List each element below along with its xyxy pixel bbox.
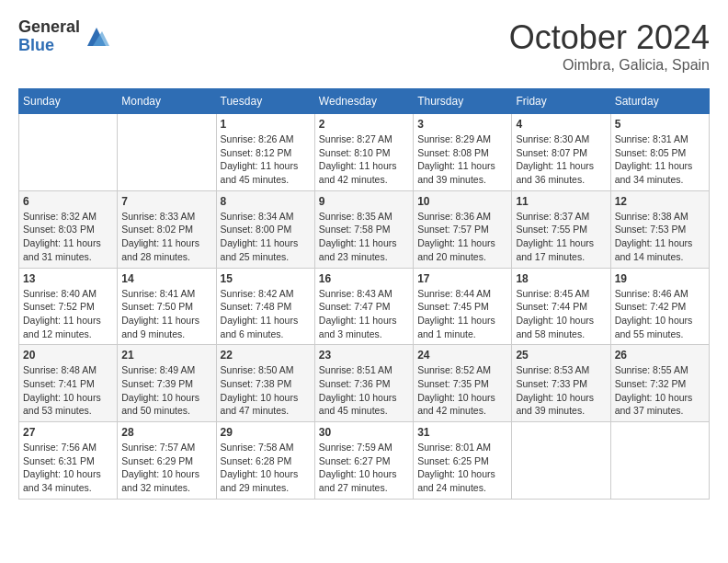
calendar-cell: 17Sunrise: 8:44 AMSunset: 7:45 PMDayligh…	[414, 268, 512, 345]
calendar-cell: 4Sunrise: 8:30 AMSunset: 8:07 PMDaylight…	[512, 114, 610, 191]
day-number: 28	[121, 426, 211, 439]
weekday-header-monday: Monday	[118, 89, 216, 114]
day-info: Sunrise: 8:44 AMSunset: 7:45 PMDaylight:…	[417, 287, 507, 341]
day-info: Sunrise: 8:51 AMSunset: 7:36 PMDaylight:…	[319, 363, 409, 418]
weekday-header-friday: Friday	[512, 89, 610, 114]
day-number: 9	[319, 195, 409, 208]
day-info: Sunrise: 8:53 AMSunset: 7:33 PMDaylight:…	[516, 363, 606, 418]
logo-icon	[84, 24, 109, 50]
calendar-cell	[118, 114, 216, 191]
calendar-cell: 31Sunrise: 8:01 AMSunset: 6:25 PMDayligh…	[414, 422, 512, 500]
calendar-cell: 5Sunrise: 8:31 AMSunset: 8:05 PMDaylight…	[610, 114, 709, 191]
logo: General Blue	[18, 18, 109, 55]
calendar-cell: 7Sunrise: 8:33 AMSunset: 8:02 PMDaylight…	[118, 190, 216, 268]
day-number: 23	[319, 349, 409, 362]
calendar-cell: 3Sunrise: 8:29 AMSunset: 8:08 PMDaylight…	[414, 114, 512, 191]
day-number: 26	[615, 349, 705, 362]
calendar-cell: 9Sunrise: 8:35 AMSunset: 7:58 PMDaylight…	[314, 190, 413, 268]
calendar-week-5: 27Sunrise: 7:56 AMSunset: 6:31 PMDayligh…	[19, 422, 710, 500]
day-number: 30	[319, 426, 409, 439]
day-info: Sunrise: 8:31 AMSunset: 8:05 PMDaylight:…	[615, 132, 705, 187]
calendar-cell: 21Sunrise: 8:49 AMSunset: 7:39 PMDayligh…	[118, 345, 216, 422]
day-number: 24	[417, 349, 507, 362]
day-info: Sunrise: 8:49 AMSunset: 7:39 PMDaylight:…	[121, 363, 211, 418]
day-info: Sunrise: 8:55 AMSunset: 7:32 PMDaylight:…	[615, 363, 705, 418]
title-block: October 2024 Oimbra, Galicia, Spain	[509, 18, 710, 74]
calendar-cell: 8Sunrise: 8:34 AMSunset: 8:00 PMDaylight…	[216, 190, 314, 268]
day-info: Sunrise: 8:01 AMSunset: 6:25 PMDaylight:…	[417, 441, 507, 495]
day-info: Sunrise: 7:58 AMSunset: 6:28 PMDaylight:…	[221, 441, 311, 495]
calendar-cell: 26Sunrise: 8:55 AMSunset: 7:32 PMDayligh…	[610, 345, 709, 422]
day-number: 6	[23, 195, 113, 208]
day-number: 25	[516, 349, 606, 362]
location-title: Oimbra, Galicia, Spain	[509, 57, 710, 74]
calendar-week-2: 6Sunrise: 8:32 AMSunset: 8:03 PMDaylight…	[19, 190, 710, 268]
day-number: 29	[221, 426, 311, 439]
day-info: Sunrise: 8:37 AMSunset: 7:55 PMDaylight:…	[516, 210, 606, 264]
calendar-cell: 19Sunrise: 8:46 AMSunset: 7:42 PMDayligh…	[610, 268, 709, 345]
day-info: Sunrise: 8:52 AMSunset: 7:35 PMDaylight:…	[417, 363, 507, 418]
day-number: 7	[121, 195, 211, 208]
weekday-header-row: SundayMondayTuesdayWednesdayThursdayFrid…	[19, 89, 710, 114]
day-info: Sunrise: 8:41 AMSunset: 7:50 PMDaylight:…	[121, 287, 211, 341]
day-info: Sunrise: 8:27 AMSunset: 8:10 PMDaylight:…	[319, 132, 409, 187]
calendar-cell: 15Sunrise: 8:42 AMSunset: 7:48 PMDayligh…	[216, 268, 314, 345]
day-number: 22	[221, 349, 311, 362]
day-info: Sunrise: 7:56 AMSunset: 6:31 PMDaylight:…	[23, 441, 113, 495]
day-info: Sunrise: 8:42 AMSunset: 7:48 PMDaylight:…	[221, 287, 311, 341]
calendar-cell: 14Sunrise: 8:41 AMSunset: 7:50 PMDayligh…	[118, 268, 216, 345]
calendar-cell: 28Sunrise: 7:57 AMSunset: 6:29 PMDayligh…	[118, 422, 216, 500]
calendar-cell: 12Sunrise: 8:38 AMSunset: 7:53 PMDayligh…	[610, 190, 709, 268]
day-info: Sunrise: 8:35 AMSunset: 7:58 PMDaylight:…	[319, 210, 409, 264]
logo-blue-text: Blue	[18, 37, 80, 55]
calendar-cell: 13Sunrise: 8:40 AMSunset: 7:52 PMDayligh…	[19, 268, 118, 345]
day-number: 12	[615, 195, 705, 208]
day-number: 16	[319, 272, 409, 285]
calendar-cell: 11Sunrise: 8:37 AMSunset: 7:55 PMDayligh…	[512, 190, 610, 268]
day-info: Sunrise: 8:29 AMSunset: 8:08 PMDaylight:…	[417, 132, 507, 187]
day-info: Sunrise: 8:40 AMSunset: 7:52 PMDaylight:…	[23, 287, 113, 341]
day-number: 20	[23, 349, 113, 362]
day-number: 1	[221, 118, 311, 131]
day-number: 13	[23, 272, 113, 285]
calendar-cell: 2Sunrise: 8:27 AMSunset: 8:10 PMDaylight…	[314, 114, 413, 191]
day-number: 5	[615, 118, 705, 131]
day-info: Sunrise: 8:30 AMSunset: 8:07 PMDaylight:…	[516, 132, 606, 187]
calendar-cell: 10Sunrise: 8:36 AMSunset: 7:57 PMDayligh…	[414, 190, 512, 268]
calendar-cell: 18Sunrise: 8:45 AMSunset: 7:44 PMDayligh…	[512, 268, 610, 345]
weekday-header-thursday: Thursday	[414, 89, 512, 114]
calendar-cell: 23Sunrise: 8:51 AMSunset: 7:36 PMDayligh…	[314, 345, 413, 422]
calendar-cell: 29Sunrise: 7:58 AMSunset: 6:28 PMDayligh…	[216, 422, 314, 500]
day-number: 8	[221, 195, 311, 208]
calendar-cell	[512, 422, 610, 500]
day-info: Sunrise: 7:57 AMSunset: 6:29 PMDaylight:…	[121, 441, 211, 495]
calendar-week-3: 13Sunrise: 8:40 AMSunset: 7:52 PMDayligh…	[19, 268, 710, 345]
calendar-cell	[610, 422, 709, 500]
day-number: 27	[23, 426, 113, 439]
calendar-cell: 1Sunrise: 8:26 AMSunset: 8:12 PMDaylight…	[216, 114, 314, 191]
day-number: 21	[121, 349, 211, 362]
calendar-cell: 27Sunrise: 7:56 AMSunset: 6:31 PMDayligh…	[19, 422, 118, 500]
day-number: 11	[516, 195, 606, 208]
logo-general-text: General	[18, 18, 80, 37]
day-info: Sunrise: 8:34 AMSunset: 8:00 PMDaylight:…	[221, 210, 311, 264]
weekday-header-tuesday: Tuesday	[216, 89, 314, 114]
day-number: 14	[121, 272, 211, 285]
day-info: Sunrise: 8:32 AMSunset: 8:03 PMDaylight:…	[23, 210, 113, 264]
calendar-cell: 22Sunrise: 8:50 AMSunset: 7:38 PMDayligh…	[216, 345, 314, 422]
calendar-cell: 6Sunrise: 8:32 AMSunset: 8:03 PMDaylight…	[19, 190, 118, 268]
day-info: Sunrise: 8:38 AMSunset: 7:53 PMDaylight:…	[615, 210, 705, 264]
calendar-cell: 25Sunrise: 8:53 AMSunset: 7:33 PMDayligh…	[512, 345, 610, 422]
day-number: 15	[221, 272, 311, 285]
day-number: 2	[319, 118, 409, 131]
day-info: Sunrise: 8:45 AMSunset: 7:44 PMDaylight:…	[516, 287, 606, 341]
day-info: Sunrise: 8:50 AMSunset: 7:38 PMDaylight:…	[221, 363, 311, 418]
day-number: 4	[516, 118, 606, 131]
day-number: 3	[417, 118, 507, 131]
weekday-header-sunday: Sunday	[19, 89, 118, 114]
calendar-cell: 20Sunrise: 8:48 AMSunset: 7:41 PMDayligh…	[19, 345, 118, 422]
calendar-cell: 24Sunrise: 8:52 AMSunset: 7:35 PMDayligh…	[414, 345, 512, 422]
day-info: Sunrise: 8:36 AMSunset: 7:57 PMDaylight:…	[417, 210, 507, 264]
day-number: 10	[417, 195, 507, 208]
month-title: October 2024	[509, 18, 710, 57]
